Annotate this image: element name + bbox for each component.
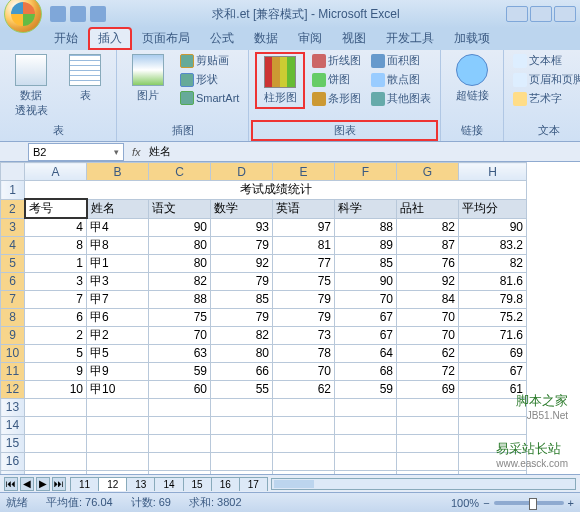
data-cell[interactable]: 82 <box>459 254 527 272</box>
tab-layout[interactable]: 页面布局 <box>132 27 200 50</box>
last-sheet-button[interactable]: ⏭ <box>52 477 66 491</box>
empty-cell[interactable] <box>25 470 87 474</box>
spreadsheet-grid[interactable]: ABCDEFGH1考试成绩统计2考号姓名语文数学英语科学品社平均分34甲4909… <box>0 162 580 474</box>
data-cell[interactable]: 64 <box>335 344 397 362</box>
row-header-15[interactable]: 15 <box>1 434 25 452</box>
name-box[interactable]: B2 <box>28 143 124 161</box>
empty-cell[interactable] <box>335 452 397 470</box>
tab-formulas[interactable]: 公式 <box>200 27 244 50</box>
hyperlink-button[interactable]: 超链接 <box>447 52 497 105</box>
data-cell[interactable]: 70 <box>397 308 459 326</box>
empty-cell[interactable] <box>149 434 211 452</box>
data-cell[interactable]: 69 <box>397 380 459 398</box>
data-cell[interactable]: 85 <box>211 290 273 308</box>
textbox-button[interactable]: 文本框 <box>510 52 580 69</box>
data-cell[interactable]: 76 <box>397 254 459 272</box>
header-cell[interactable]: 英语 <box>273 199 335 218</box>
empty-cell[interactable] <box>397 470 459 474</box>
data-cell[interactable]: 80 <box>211 344 273 362</box>
row-header-17[interactable]: 17 <box>1 470 25 474</box>
other-chart-button[interactable]: 其他图表 <box>368 90 434 107</box>
data-cell[interactable]: 79 <box>211 236 273 254</box>
data-cell[interactable]: 3 <box>25 272 87 290</box>
next-sheet-button[interactable]: ▶ <box>36 477 50 491</box>
data-cell[interactable]: 90 <box>459 218 527 236</box>
data-cell[interactable]: 66 <box>211 362 273 380</box>
pivot-table-button[interactable]: 数据 透视表 <box>6 52 56 120</box>
bar-chart-button[interactable]: 条形图 <box>309 90 364 107</box>
data-cell[interactable]: 82 <box>149 272 211 290</box>
row-header-1[interactable]: 1 <box>1 181 25 200</box>
empty-cell[interactable] <box>211 398 273 416</box>
headerfooter-button[interactable]: 页眉和页脚 <box>510 71 580 88</box>
header-cell[interactable]: 语文 <box>149 199 211 218</box>
header-cell[interactable]: 平均分 <box>459 199 527 218</box>
zoom-out-button[interactable]: − <box>483 497 489 509</box>
col-header-G[interactable]: G <box>397 163 459 181</box>
sheet-tab-17[interactable]: 17 <box>239 477 268 491</box>
data-cell[interactable]: 10 <box>25 380 87 398</box>
zoom-control[interactable]: 100% − + <box>451 497 574 509</box>
sheet-tab-14[interactable]: 14 <box>154 477 183 491</box>
row-header-9[interactable]: 9 <box>1 326 25 344</box>
data-cell[interactable]: 82 <box>397 218 459 236</box>
data-cell[interactable]: 92 <box>397 272 459 290</box>
data-cell[interactable]: 甲6 <box>87 308 149 326</box>
empty-cell[interactable] <box>87 416 149 434</box>
empty-cell[interactable] <box>25 398 87 416</box>
header-cell[interactable]: 姓名 <box>87 199 149 218</box>
data-cell[interactable]: 73 <box>273 326 335 344</box>
data-cell[interactable]: 81 <box>273 236 335 254</box>
col-header-C[interactable]: C <box>149 163 211 181</box>
data-cell[interactable]: 79.8 <box>459 290 527 308</box>
data-cell[interactable]: 75 <box>149 308 211 326</box>
empty-cell[interactable] <box>273 434 335 452</box>
row-header-2[interactable]: 2 <box>1 199 25 218</box>
empty-cell[interactable] <box>459 434 527 452</box>
title-cell[interactable]: 考试成绩统计 <box>25 181 527 200</box>
row-header-11[interactable]: 11 <box>1 362 25 380</box>
empty-cell[interactable] <box>211 470 273 474</box>
table-button[interactable]: 表 <box>60 52 110 105</box>
data-cell[interactable]: 71.6 <box>459 326 527 344</box>
minimize-button[interactable] <box>506 6 528 22</box>
empty-cell[interactable] <box>149 416 211 434</box>
row-header-10[interactable]: 10 <box>1 344 25 362</box>
wordart-button[interactable]: 艺术字 <box>510 90 580 107</box>
empty-cell[interactable] <box>397 434 459 452</box>
data-cell[interactable]: 59 <box>149 362 211 380</box>
data-cell[interactable]: 87 <box>397 236 459 254</box>
data-cell[interactable]: 67 <box>459 362 527 380</box>
data-cell[interactable]: 甲8 <box>87 236 149 254</box>
empty-cell[interactable] <box>25 416 87 434</box>
first-sheet-button[interactable]: ⏮ <box>4 477 18 491</box>
save-icon[interactable] <box>50 6 66 22</box>
tab-dev[interactable]: 开发工具 <box>376 27 444 50</box>
row-header-5[interactable]: 5 <box>1 254 25 272</box>
data-cell[interactable]: 甲3 <box>87 272 149 290</box>
empty-cell[interactable] <box>335 416 397 434</box>
data-cell[interactable]: 甲5 <box>87 344 149 362</box>
empty-cell[interactable] <box>273 470 335 474</box>
data-cell[interactable]: 90 <box>149 218 211 236</box>
tab-data[interactable]: 数据 <box>244 27 288 50</box>
data-cell[interactable]: 72 <box>397 362 459 380</box>
data-cell[interactable]: 75.2 <box>459 308 527 326</box>
smartart-button[interactable]: SmartArt <box>177 90 242 106</box>
empty-cell[interactable] <box>87 434 149 452</box>
empty-cell[interactable] <box>25 434 87 452</box>
data-cell[interactable]: 8 <box>25 236 87 254</box>
data-cell[interactable]: 88 <box>149 290 211 308</box>
empty-cell[interactable] <box>459 416 527 434</box>
col-header-H[interactable]: H <box>459 163 527 181</box>
tab-review[interactable]: 审阅 <box>288 27 332 50</box>
zoom-slider[interactable] <box>494 501 564 505</box>
data-cell[interactable]: 1 <box>25 254 87 272</box>
empty-cell[interactable] <box>87 470 149 474</box>
data-cell[interactable]: 4 <box>25 218 87 236</box>
empty-cell[interactable] <box>397 452 459 470</box>
picture-button[interactable]: 图片 <box>123 52 173 105</box>
maximize-button[interactable] <box>530 6 552 22</box>
row-header-6[interactable]: 6 <box>1 272 25 290</box>
data-cell[interactable]: 82 <box>211 326 273 344</box>
